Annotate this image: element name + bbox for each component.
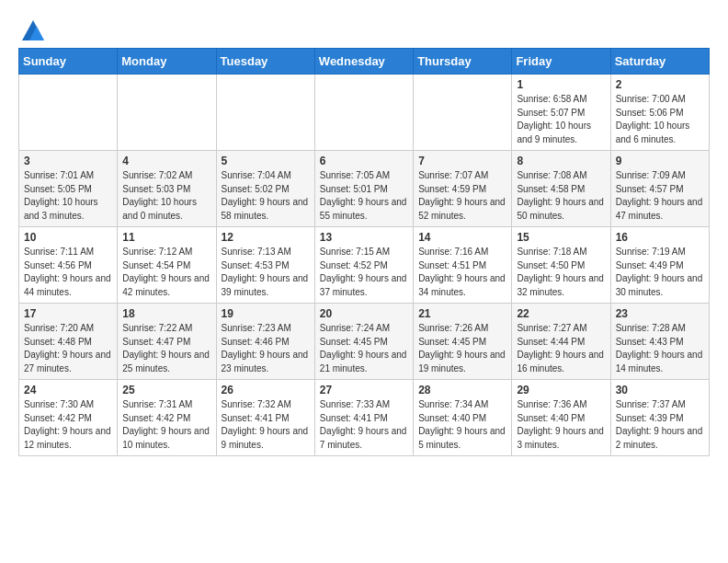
day-cell: 21Sunrise: 7:26 AM Sunset: 4:45 PM Dayli… xyxy=(414,304,512,380)
day-number: 26 xyxy=(222,384,310,396)
day-number: 28 xyxy=(418,384,506,396)
week-row-1: 1Sunrise: 6:58 AM Sunset: 5:07 PM Daylig… xyxy=(19,75,710,151)
day-info: Sunrise: 7:02 AM Sunset: 5:03 PM Dayligh… xyxy=(122,169,210,223)
day-info: Sunrise: 7:20 AM Sunset: 4:48 PM Dayligh… xyxy=(24,322,112,375)
day-info: Sunrise: 7:08 AM Sunset: 4:58 PM Dayligh… xyxy=(517,169,605,223)
day-number: 6 xyxy=(320,155,408,167)
day-cell: 23Sunrise: 7:28 AM Sunset: 4:43 PM Dayli… xyxy=(610,304,709,380)
day-info: Sunrise: 7:26 AM Sunset: 4:45 PM Dayligh… xyxy=(418,322,506,375)
day-number: 29 xyxy=(517,384,605,396)
day-cell: 24Sunrise: 7:30 AM Sunset: 4:42 PM Dayli… xyxy=(19,380,118,456)
day-cell: 5Sunrise: 7:04 AM Sunset: 5:02 PM Daylig… xyxy=(216,151,314,227)
day-info: Sunrise: 7:16 AM Sunset: 4:51 PM Dayligh… xyxy=(418,246,506,299)
day-info: Sunrise: 7:05 AM Sunset: 5:01 PM Dayligh… xyxy=(320,169,408,223)
day-cell: 18Sunrise: 7:22 AM Sunset: 4:47 PM Dayli… xyxy=(118,304,216,380)
calendar-table: SundayMondayTuesdayWednesdayThursdayFrid… xyxy=(18,48,710,456)
day-info: Sunrise: 7:07 AM Sunset: 4:59 PM Dayligh… xyxy=(418,169,506,223)
weekday-wednesday: Wednesday xyxy=(314,49,413,75)
day-info: Sunrise: 7:19 AM Sunset: 4:49 PM Dayligh… xyxy=(616,246,704,299)
header xyxy=(18,15,710,40)
day-cell xyxy=(216,75,314,151)
day-cell: 30Sunrise: 7:37 AM Sunset: 4:39 PM Dayli… xyxy=(610,380,709,456)
day-cell: 27Sunrise: 7:33 AM Sunset: 4:41 PM Dayli… xyxy=(314,380,413,456)
day-cell: 7Sunrise: 7:07 AM Sunset: 4:59 PM Daylig… xyxy=(414,151,512,227)
day-cell: 1Sunrise: 6:58 AM Sunset: 5:07 PM Daylig… xyxy=(512,75,610,151)
day-info: Sunrise: 7:33 AM Sunset: 4:41 PM Dayligh… xyxy=(320,398,408,452)
day-number: 11 xyxy=(122,231,210,244)
day-cell: 8Sunrise: 7:08 AM Sunset: 4:58 PM Daylig… xyxy=(512,151,610,227)
day-cell: 26Sunrise: 7:32 AM Sunset: 4:41 PM Dayli… xyxy=(216,380,314,456)
day-cell: 4Sunrise: 7:02 AM Sunset: 5:03 PM Daylig… xyxy=(118,151,216,227)
day-number: 18 xyxy=(122,307,210,320)
day-number: 27 xyxy=(320,384,408,396)
day-info: Sunrise: 7:23 AM Sunset: 4:46 PM Dayligh… xyxy=(222,322,310,375)
day-cell: 16Sunrise: 7:19 AM Sunset: 4:49 PM Dayli… xyxy=(610,227,709,304)
day-cell: 22Sunrise: 7:27 AM Sunset: 4:44 PM Dayli… xyxy=(512,304,610,380)
day-cell xyxy=(414,75,512,151)
weekday-header-row: SundayMondayTuesdayWednesdayThursdayFrid… xyxy=(19,49,710,75)
week-row-4: 17Sunrise: 7:20 AM Sunset: 4:48 PM Dayli… xyxy=(19,304,710,380)
week-row-3: 10Sunrise: 7:11 AM Sunset: 4:56 PM Dayli… xyxy=(19,227,710,304)
day-info: Sunrise: 7:32 AM Sunset: 4:41 PM Dayligh… xyxy=(222,398,310,452)
logo xyxy=(18,18,46,40)
day-number: 15 xyxy=(517,231,605,244)
day-cell xyxy=(314,75,413,151)
day-cell: 28Sunrise: 7:34 AM Sunset: 4:40 PM Dayli… xyxy=(414,380,512,456)
day-info: Sunrise: 7:34 AM Sunset: 4:40 PM Dayligh… xyxy=(418,398,506,452)
day-info: Sunrise: 7:00 AM Sunset: 5:06 PM Dayligh… xyxy=(616,93,704,146)
day-info: Sunrise: 7:36 AM Sunset: 4:40 PM Dayligh… xyxy=(517,398,605,452)
day-number: 13 xyxy=(320,231,408,244)
weekday-sunday: Sunday xyxy=(19,49,118,75)
weekday-saturday: Saturday xyxy=(610,49,709,75)
day-info: Sunrise: 7:28 AM Sunset: 4:43 PM Dayligh… xyxy=(616,322,704,375)
day-info: Sunrise: 7:09 AM Sunset: 4:57 PM Dayligh… xyxy=(616,169,704,223)
day-number: 23 xyxy=(616,307,704,320)
day-number: 30 xyxy=(616,384,704,396)
weekday-friday: Friday xyxy=(512,49,610,75)
day-info: Sunrise: 7:11 AM Sunset: 4:56 PM Dayligh… xyxy=(24,246,112,299)
day-number: 16 xyxy=(616,231,704,244)
day-info: Sunrise: 7:24 AM Sunset: 4:45 PM Dayligh… xyxy=(320,322,408,375)
day-cell: 13Sunrise: 7:15 AM Sunset: 4:52 PM Dayli… xyxy=(314,227,413,304)
day-info: Sunrise: 7:13 AM Sunset: 4:53 PM Dayligh… xyxy=(222,246,310,299)
day-cell: 29Sunrise: 7:36 AM Sunset: 4:40 PM Dayli… xyxy=(512,380,610,456)
week-row-2: 3Sunrise: 7:01 AM Sunset: 5:05 PM Daylig… xyxy=(19,151,710,227)
day-info: Sunrise: 7:12 AM Sunset: 4:54 PM Dayligh… xyxy=(122,246,210,299)
day-cell xyxy=(118,75,216,151)
day-number: 21 xyxy=(418,307,506,320)
day-number: 7 xyxy=(418,155,506,167)
day-number: 17 xyxy=(24,307,112,320)
day-info: Sunrise: 7:22 AM Sunset: 4:47 PM Dayligh… xyxy=(122,322,210,375)
day-info: Sunrise: 7:27 AM Sunset: 4:44 PM Dayligh… xyxy=(517,322,605,375)
day-cell: 15Sunrise: 7:18 AM Sunset: 4:50 PM Dayli… xyxy=(512,227,610,304)
day-info: Sunrise: 7:15 AM Sunset: 4:52 PM Dayligh… xyxy=(320,246,408,299)
page: SundayMondayTuesdayWednesdayThursdayFrid… xyxy=(0,0,728,465)
day-info: Sunrise: 7:31 AM Sunset: 4:42 PM Dayligh… xyxy=(122,398,210,452)
day-info: Sunrise: 7:30 AM Sunset: 4:42 PM Dayligh… xyxy=(24,398,112,452)
day-number: 12 xyxy=(222,231,310,244)
day-cell: 6Sunrise: 7:05 AM Sunset: 5:01 PM Daylig… xyxy=(314,151,413,227)
day-cell: 25Sunrise: 7:31 AM Sunset: 4:42 PM Dayli… xyxy=(118,380,216,456)
day-number: 9 xyxy=(616,155,704,167)
day-number: 19 xyxy=(222,307,310,320)
day-info: Sunrise: 7:04 AM Sunset: 5:02 PM Dayligh… xyxy=(222,169,310,223)
day-cell: 10Sunrise: 7:11 AM Sunset: 4:56 PM Dayli… xyxy=(19,227,118,304)
day-number: 24 xyxy=(24,384,112,396)
day-cell: 17Sunrise: 7:20 AM Sunset: 4:48 PM Dayli… xyxy=(19,304,118,380)
day-number: 4 xyxy=(122,155,210,167)
weekday-thursday: Thursday xyxy=(414,49,512,75)
day-number: 25 xyxy=(122,384,210,396)
logo-icon xyxy=(20,18,46,44)
day-info: Sunrise: 6:58 AM Sunset: 5:07 PM Dayligh… xyxy=(517,93,605,146)
day-number: 22 xyxy=(517,307,605,320)
weekday-tuesday: Tuesday xyxy=(216,49,314,75)
day-cell: 12Sunrise: 7:13 AM Sunset: 4:53 PM Dayli… xyxy=(216,227,314,304)
day-cell: 2Sunrise: 7:00 AM Sunset: 5:06 PM Daylig… xyxy=(610,75,709,151)
day-number: 20 xyxy=(320,307,408,320)
day-number: 1 xyxy=(517,78,605,91)
day-info: Sunrise: 7:01 AM Sunset: 5:05 PM Dayligh… xyxy=(24,169,112,223)
day-info: Sunrise: 7:18 AM Sunset: 4:50 PM Dayligh… xyxy=(517,246,605,299)
day-cell: 19Sunrise: 7:23 AM Sunset: 4:46 PM Dayli… xyxy=(216,304,314,380)
day-cell: 20Sunrise: 7:24 AM Sunset: 4:45 PM Dayli… xyxy=(314,304,413,380)
day-cell: 3Sunrise: 7:01 AM Sunset: 5:05 PM Daylig… xyxy=(19,151,118,227)
